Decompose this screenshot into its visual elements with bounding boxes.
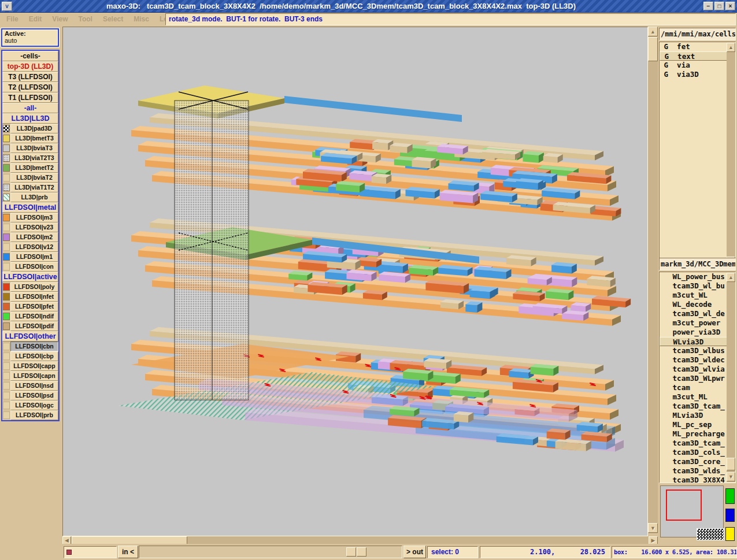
library-item-tcam[interactable]: tcam xyxy=(660,383,735,392)
library-item-tcam3d-wlbus[interactable]: tcam3D_wlbus xyxy=(660,346,735,355)
layer-swatch-cell[interactable] xyxy=(2,381,10,391)
maximize-button[interactable]: □ xyxy=(714,2,724,10)
layer-swatch-cell[interactable] xyxy=(2,400,10,410)
library-item-wl-power-bus[interactable]: WL_power_bus xyxy=(660,272,735,281)
library-scroll-up-button[interactable]: ▲ xyxy=(727,273,735,282)
library-item-m3cut-wl[interactable]: m3cut_WL xyxy=(660,291,735,300)
library-item-tcam3d-wldec[interactable]: tcam3D_wldec xyxy=(660,355,735,365)
cells-scroll-up-button[interactable]: ▲ xyxy=(727,43,735,52)
layer-button-llfdsoi-psd[interactable]: LLFDSOI|psd xyxy=(10,391,58,400)
library-item-power-via3d[interactable]: power_via3D xyxy=(660,328,735,337)
layer-button-llfdsoi-cbn[interactable]: LLFDSOI|cbn xyxy=(10,342,58,351)
layer-swatch-cell[interactable] xyxy=(2,124,10,133)
scroll-left-button[interactable]: ◀ xyxy=(62,536,71,544)
menu-item-select[interactable]: Select xyxy=(98,13,128,23)
library-cell-list[interactable]: WL_power_bus tcam3D_wl_bu m3cut_WL WL_de… xyxy=(659,272,736,483)
active-cell-box[interactable]: Active: auto xyxy=(1,28,59,47)
layer-swatch-cell[interactable] xyxy=(2,232,10,242)
cell-item-via[interactable]: G via xyxy=(660,61,735,70)
command-input-thumb-2[interactable] xyxy=(357,547,366,557)
library-item-tcam3d-cols-[interactable]: tcam3D_cols_ xyxy=(660,448,735,457)
layer-button-llfdsoi-poly[interactable]: LLFDSOI|poly xyxy=(10,282,58,292)
cell-item-fet[interactable]: G fet xyxy=(660,42,735,51)
layer-button-llfdsoi-nfet[interactable]: LLFDSOI|nfet xyxy=(10,292,58,302)
menu-item-tool[interactable]: Tool xyxy=(73,13,97,23)
scroll-right-button[interactable]: ▶ xyxy=(649,536,658,544)
library-item-tcam3d-3x8x4[interactable]: tcam3D_3X8X4 xyxy=(660,476,735,483)
library-item-tcam3d-core-[interactable]: tcam3D_core_ xyxy=(660,457,735,466)
command-out-button[interactable]: > out xyxy=(403,546,426,558)
layer-button-llfdsoi-prb[interactable]: LLFDSOI|prb xyxy=(10,410,58,420)
cells-list-scrollbar[interactable]: ▲ ▼ xyxy=(727,43,735,266)
layer-button-llfdsoi-pdif[interactable]: LLFDSOI|pdif xyxy=(10,321,58,331)
layer-button-llfdsoi-v12[interactable]: LLFDSOI|v12 xyxy=(10,242,58,252)
layer-swatch-cell[interactable] xyxy=(2,183,10,192)
library-item-tcam3d-wlpwr[interactable]: tcam3D_WLpwr xyxy=(660,374,735,383)
layer-button-llfdsoi-capp[interactable]: LLFDSOI|capp xyxy=(10,361,58,371)
layer-button-t2-llfdsoi-[interactable]: T2 (LLFDSOI) xyxy=(2,82,58,92)
layer-button-llfdsoi-cbp[interactable]: LLFDSOI|cbp xyxy=(10,351,58,361)
library-item-tcam3d-wl-bu[interactable]: tcam3D_wl_bu xyxy=(660,281,735,291)
layer-button-llfdsoi-capn[interactable]: LLFDSOI|capn xyxy=(10,371,58,381)
library-item-m3cut-power[interactable]: m3cut_power xyxy=(660,318,735,328)
palette-swatch-checker[interactable] xyxy=(697,528,724,540)
layer-button-t1-llfdsoi-[interactable]: T1 (LLFDSOI) xyxy=(2,92,58,103)
layer-button-llfdsoi-ogc[interactable]: LLFDSOI|ogc xyxy=(10,400,58,410)
layer-button-llfdsoi-pfet[interactable]: LLFDSOI|pfet xyxy=(10,302,58,311)
layer-swatch-cell[interactable] xyxy=(2,302,10,311)
layer-button-top-3d-ll3d-[interactable]: top-3D (LL3D) xyxy=(2,61,58,72)
canvas-vertical-scrollbar[interactable]: ▲ ▼ xyxy=(648,27,658,533)
minimize-button[interactable]: − xyxy=(703,2,713,10)
layer-button-llfdsoi-v23[interactable]: LLFDSOI|v23 xyxy=(10,222,58,232)
cell-item-via3d[interactable]: G via3D xyxy=(660,70,735,79)
cells-list[interactable]: G fet G text G via G via3D xyxy=(659,42,736,267)
command-input-thumb-1[interactable] xyxy=(346,547,356,557)
layer-swatch-cell[interactable] xyxy=(2,342,10,351)
layer-button-t3-llfdsoi-[interactable]: T3 (LLFDSOI) xyxy=(2,72,58,82)
library-item-tcam3d-wl-de[interactable]: tcam3D_wl_de xyxy=(660,309,735,318)
layer-swatch-cell[interactable] xyxy=(2,242,10,252)
layer-swatch-cell[interactable] xyxy=(2,222,10,232)
menu-item-edit[interactable]: Edit xyxy=(24,13,47,23)
vertical-scroll-thumb[interactable] xyxy=(648,37,658,61)
library-item-tcam3d-wlvia[interactable]: tcam3D_wlvia xyxy=(660,365,735,374)
menu-item-misc[interactable]: Misc xyxy=(128,13,154,23)
close-button[interactable]: × xyxy=(725,2,735,10)
layer-button-ll3d-bmett3[interactable]: LL3D|bmetT3 xyxy=(10,133,58,143)
layer-swatch-cell[interactable] xyxy=(2,292,10,302)
palette-swatch-blue[interactable] xyxy=(725,509,735,522)
library-item-wlvia3d[interactable]: WLvia3D xyxy=(660,337,735,346)
horizontal-scroll-thumb[interactable] xyxy=(72,536,187,544)
minimap-view-rectangle[interactable] xyxy=(666,489,702,521)
layer-swatch-cell[interactable] xyxy=(2,143,10,153)
canvas-horizontal-scrollbar[interactable]: ◀ ▶ xyxy=(62,536,658,544)
library-item-mlvia3d[interactable]: MLvia3D xyxy=(660,411,735,420)
scroll-down-button[interactable]: ▼ xyxy=(648,523,658,533)
command-in-button[interactable]: in < xyxy=(118,546,138,558)
layer-button-llfdsoi-con[interactable]: LLFDSOI|con xyxy=(10,262,58,272)
layer-button-ll3d-viat1t2[interactable]: LL3D|viaT1T2 xyxy=(10,183,58,192)
layer-swatch-cell[interactable] xyxy=(2,361,10,371)
layer-button-llfdsoi-m2[interactable]: LLFDSOI|m2 xyxy=(10,232,58,242)
library-item-tcam3d-tcam-[interactable]: tcam3D_tcam_ xyxy=(660,402,735,411)
layer-button-ll3d-prb[interactable]: LL3D|prb xyxy=(10,192,58,202)
library-scroll-down-button[interactable]: ▼ xyxy=(727,472,735,481)
layer-swatch-cell[interactable] xyxy=(2,371,10,381)
layer-swatch-cell[interactable] xyxy=(2,153,10,163)
command-input[interactable] xyxy=(139,546,402,558)
layer-swatch-cell[interactable] xyxy=(2,163,10,173)
layout-3d-canvas[interactable] xyxy=(62,27,648,536)
layer-swatch-cell[interactable] xyxy=(2,410,10,420)
library-item-ml-precharge[interactable]: ML_precharge xyxy=(660,429,735,439)
palette-swatch-yellow[interactable] xyxy=(725,527,735,541)
library-scroll-thumb[interactable] xyxy=(727,458,735,470)
layer-swatch-cell[interactable] xyxy=(2,252,10,262)
layer-swatch-cell[interactable] xyxy=(2,133,10,143)
layer-button-ll3d-bviat2[interactable]: LL3D|bviaT2 xyxy=(10,173,58,183)
layer-swatch-cell[interactable] xyxy=(2,262,10,272)
library-item-tcam3d-wlds-[interactable]: tcam3D_wlds_ xyxy=(660,466,735,476)
layer-swatch-cell[interactable] xyxy=(2,282,10,292)
palette-swatch-green[interactable] xyxy=(725,488,735,504)
cell-item-text[interactable]: G text xyxy=(660,51,735,61)
layer-swatch-cell[interactable] xyxy=(2,391,10,400)
